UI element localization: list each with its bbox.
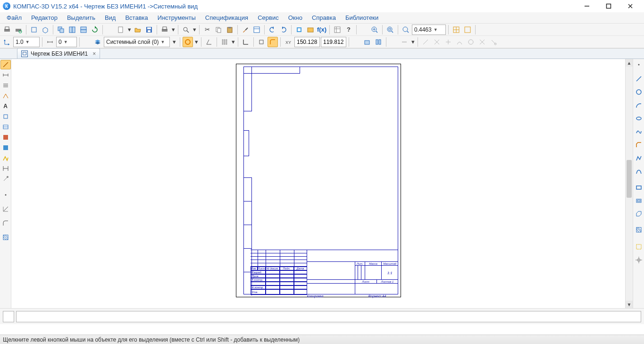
- tb-btn-angle[interactable]: [204, 37, 214, 47]
- rtool-circle[interactable]: [634, 87, 644, 97]
- tb-snap-3[interactable]: [432, 37, 442, 47]
- tool-point[interactable]: [0, 190, 11, 200]
- menu-service[interactable]: Сервис: [253, 13, 284, 22]
- tb-btn-snap[interactable]: [256, 37, 267, 47]
- tb-btn-fx[interactable]: f(x): [317, 25, 327, 35]
- menu-libraries[interactable]: Библиотеки: [341, 13, 383, 22]
- coord-x-input[interactable]: 150.128: [294, 37, 320, 47]
- tb-btn-brush[interactable]: [240, 25, 251, 35]
- tb-btn-zoom-scale[interactable]: [401, 25, 411, 35]
- tool-hatchfill[interactable]: [0, 233, 11, 242]
- rtool-fill[interactable]: [634, 225, 644, 235]
- window-maximize-button[interactable]: [598, 0, 619, 12]
- tool-fillet[interactable]: [0, 218, 11, 228]
- tb-snap-1[interactable]: [399, 37, 410, 47]
- layer-dropdown[interactable]: Системный слой (0) ▼: [104, 37, 170, 47]
- window-minimize-button[interactable]: [576, 0, 598, 12]
- tb-snap-6[interactable]: [466, 37, 476, 47]
- rtool-rect[interactable]: [634, 183, 644, 192]
- tb-btn-undo[interactable]: [267, 25, 277, 35]
- tb-snap-7[interactable]: [477, 37, 487, 47]
- tool-line[interactable]: [0, 204, 11, 214]
- zoom-value-dropdown[interactable]: 0.4463 ▼: [412, 25, 446, 35]
- rtool-point[interactable]: [634, 60, 644, 69]
- tb-btn-cascade3[interactable]: [78, 25, 89, 35]
- tab-close-icon[interactable]: ×: [92, 50, 96, 57]
- window-close-button[interactable]: [619, 0, 641, 12]
- tb-btn-cascade2[interactable]: [67, 25, 77, 35]
- rtool-chamfer[interactable]: [634, 140, 644, 150]
- tb-btn-refresh[interactable]: [90, 25, 100, 35]
- rtool-offset[interactable]: [634, 196, 644, 205]
- tb-btn-grid[interactable]: [219, 37, 230, 47]
- tb-snap-5[interactable]: [454, 37, 465, 47]
- tb-btn-print-preview[interactable]: [13, 25, 24, 35]
- tool-report[interactable]: [0, 143, 11, 152]
- menu-view[interactable]: Вид: [100, 13, 121, 22]
- tb-btn-preview2-drop[interactable]: ▾: [192, 25, 197, 35]
- menu-window[interactable]: Окно: [284, 13, 307, 22]
- tb-btn-copy[interactable]: [213, 25, 224, 35]
- tb-btn-layer-drop[interactable]: ▾: [171, 37, 177, 47]
- coord-y-input[interactable]: 119.812: [321, 37, 346, 47]
- tb-btn-preview2[interactable]: [181, 25, 191, 35]
- tb-snap-4[interactable]: [443, 37, 453, 47]
- tb-btn-ruler2[interactable]: [462, 25, 473, 35]
- scroll-down-icon[interactable]: ▼: [626, 301, 633, 308]
- tb-btn-print2-drop[interactable]: ▾: [171, 25, 176, 35]
- rtool-collect[interactable]: [634, 209, 644, 218]
- tb-btn-props[interactable]: [251, 25, 262, 35]
- scroll-up-icon[interactable]: ▲: [626, 59, 633, 67]
- document-tab[interactable]: Чертеж БЕЗ ИМЕНИ1 ×: [17, 48, 100, 59]
- scale-dropdown[interactable]: 1.0 ▼: [13, 37, 40, 47]
- tb-btn-ruler1[interactable]: [451, 25, 461, 35]
- rtool-snap[interactable]: [634, 255, 644, 265]
- tool-hatch[interactable]: [0, 81, 11, 90]
- tb-btn-vars[interactable]: [332, 25, 343, 35]
- tb-btn-print2[interactable]: [159, 25, 170, 35]
- tool-edit[interactable]: [0, 112, 11, 121]
- tool-param[interactable]: [0, 153, 11, 163]
- tb-btn-grid-drop[interactable]: ▾: [231, 37, 235, 47]
- rtool-spline[interactable]: [634, 127, 644, 136]
- tb-btn-print[interactable]: [2, 25, 12, 35]
- tool-construct[interactable]: [0, 174, 11, 184]
- menu-file[interactable]: Файл: [2, 13, 26, 22]
- tb-btn-manager[interactable]: [305, 25, 316, 35]
- tb-snap-8[interactable]: [488, 37, 499, 47]
- tool-measure[interactable]: [0, 164, 11, 173]
- tb-btn-coord-sys[interactable]: [2, 37, 12, 47]
- tb-btn-ortho[interactable]: [241, 37, 251, 47]
- tb-btn-model2[interactable]: [40, 25, 50, 35]
- tb-btn-zoom-in[interactable]: [369, 25, 380, 35]
- tb-btn-line-style-drop[interactable]: ▾: [194, 37, 199, 47]
- tb-btn-new-drop[interactable]: ▾: [127, 25, 132, 35]
- tb-btn-library[interactable]: [294, 25, 304, 35]
- tb-btn-step[interactable]: [45, 37, 55, 47]
- menu-tools[interactable]: Инструменты: [153, 13, 201, 22]
- step-dropdown[interactable]: 0 ▼: [56, 37, 77, 47]
- tool-dimensions[interactable]: [0, 70, 11, 80]
- tb-btn-model1[interactable]: [29, 25, 39, 35]
- rtool-arc[interactable]: [634, 101, 644, 110]
- tool-table[interactable]: [0, 122, 11, 132]
- canvas-area[interactable]: Изм. Лист № докум. Подп. Дата Разраб. Пр…: [11, 59, 625, 308]
- command-input[interactable]: [16, 311, 641, 322]
- tb-btn-coord-xy[interactable]: XY: [283, 37, 293, 47]
- menu-editor[interactable]: Редактор: [26, 13, 62, 22]
- tb-btn-cut[interactable]: ✂: [202, 25, 212, 35]
- tool-geometry[interactable]: [0, 60, 11, 69]
- rtool-polyline[interactable]: [634, 153, 644, 163]
- tb-btn-views2[interactable]: [373, 37, 384, 47]
- tool-text[interactable]: A: [0, 101, 11, 111]
- tb-btn-redo[interactable]: [278, 25, 289, 35]
- menu-help[interactable]: Справка: [307, 13, 341, 22]
- tb-btn-save[interactable]: [144, 25, 154, 35]
- vertical-scrollbar[interactable]: ▲ ▼: [625, 59, 633, 308]
- tb-btn-views1[interactable]: [362, 37, 372, 47]
- menu-spec[interactable]: Спецификация: [201, 13, 253, 22]
- tb-btn-help-cursor[interactable]: ?: [343, 25, 354, 35]
- tb-btn-zoom-fit[interactable]: [385, 25, 395, 35]
- tb-btn-line-style[interactable]: [183, 37, 193, 47]
- tb-snap-1-drop[interactable]: ▾: [410, 37, 415, 47]
